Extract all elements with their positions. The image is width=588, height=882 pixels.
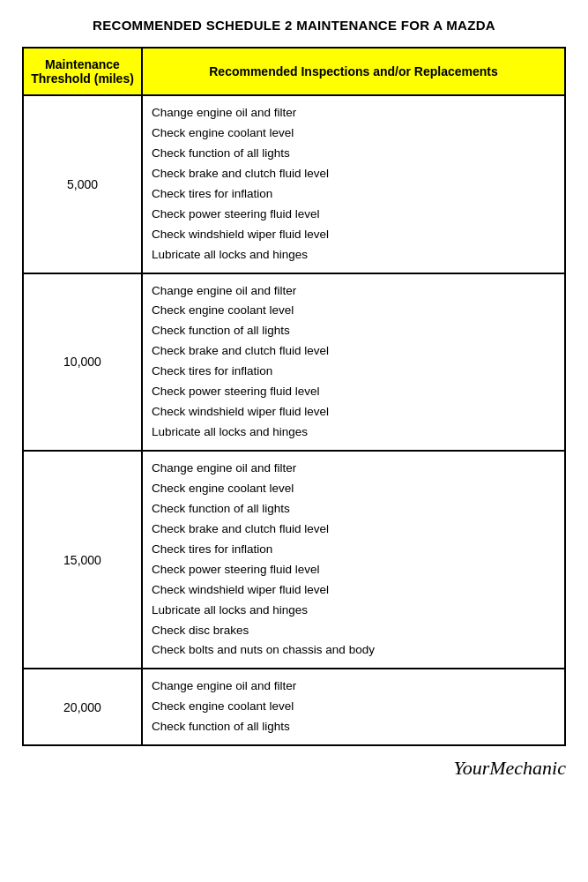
col1-header: Maintenance Threshold (miles) — [23, 48, 142, 95]
task-item: Check power steering fluid level — [152, 382, 555, 402]
task-item: Check power steering fluid level — [152, 205, 555, 225]
task-item: Check bolts and nuts on chassis and body — [152, 640, 555, 661]
tasks-cell: Change engine oil and filterCheck engine… — [142, 95, 565, 273]
col2-header: Recommended Inspections and/or Replaceme… — [142, 48, 565, 95]
table-row: 5,000Change engine oil and filterCheck e… — [23, 95, 565, 273]
task-item: Check engine coolant level — [152, 479, 555, 499]
task-item: Check function of all lights — [152, 321, 555, 341]
miles-cell: 10,000 — [23, 273, 142, 452]
maintenance-table: Maintenance Threshold (miles) Recommende… — [22, 47, 566, 746]
task-item: Lubricate all locks and hinges — [152, 245, 555, 265]
tasks-cell: Change engine oil and filterCheck engine… — [142, 451, 565, 669]
tasks-cell: Change engine oil and filterCheck engine… — [142, 669, 565, 745]
task-item: Check power steering fluid level — [152, 560, 555, 580]
task-item: Change engine oil and filter — [152, 676, 555, 697]
task-item: Check brake and clutch fluid level — [152, 519, 555, 540]
miles-cell: 15,000 — [23, 451, 142, 669]
task-item: Change engine oil and filter — [152, 281, 555, 302]
task-item: Check brake and clutch fluid level — [152, 341, 555, 362]
miles-cell: 5,000 — [23, 95, 142, 273]
logo: YourMechanic — [22, 757, 566, 780]
task-item: Check brake and clutch fluid level — [152, 164, 555, 184]
task-item: Check windshield wiper fluid level — [152, 225, 555, 245]
task-item: Check engine coolant level — [152, 697, 555, 717]
task-item: Lubricate all locks and hinges — [152, 601, 555, 621]
table-row: 10,000Change engine oil and filterCheck … — [23, 273, 565, 452]
page-title: RECOMMENDED SCHEDULE 2 MAINTENANCE FOR A… — [22, 18, 566, 33]
task-item: Check disc brakes — [152, 621, 555, 641]
task-item: Check tires for inflation — [152, 540, 555, 560]
task-item: Check engine coolant level — [152, 301, 555, 321]
table-row: 15,000Change engine oil and filterCheck … — [23, 451, 565, 669]
task-item: Check windshield wiper fluid level — [152, 580, 555, 601]
task-item: Lubricate all locks and hinges — [152, 422, 555, 443]
task-item: Change engine oil and filter — [152, 103, 555, 123]
task-item: Check engine coolant level — [152, 123, 555, 144]
task-item: Change engine oil and filter — [152, 459, 555, 479]
task-item: Check tires for inflation — [152, 362, 555, 382]
task-item: Check function of all lights — [152, 717, 555, 737]
table-row: 20,000Change engine oil and filterCheck … — [23, 669, 565, 745]
miles-cell: 20,000 — [23, 669, 142, 745]
task-item: Check function of all lights — [152, 144, 555, 164]
tasks-cell: Change engine oil and filterCheck engine… — [142, 273, 565, 452]
task-item: Check tires for inflation — [152, 184, 555, 205]
task-item: Check windshield wiper fluid level — [152, 402, 555, 422]
logo-text: YourMechanic — [453, 757, 566, 779]
task-item: Check function of all lights — [152, 499, 555, 519]
